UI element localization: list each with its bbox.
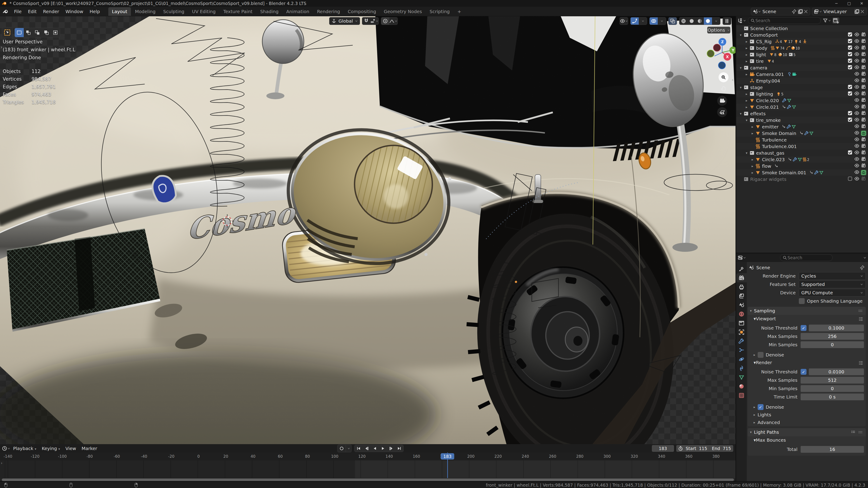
shading-solid-icon[interactable] — [688, 18, 696, 25]
active-tool-button[interactable] — [2, 27, 13, 38]
hide-in-viewport-toggle[interactable] — [854, 38, 860, 45]
outliner-row-flow[interactable]: ▸flow — [736, 163, 868, 169]
viewport-sampling-denoise-row[interactable]: ▸Denoise — [748, 351, 866, 359]
disable-in-renders-toggle[interactable] — [861, 131, 866, 136]
hide-in-viewport-toggle[interactable] — [854, 58, 860, 64]
disable-in-renders-toggle[interactable] — [861, 110, 866, 117]
workspace-tab-shading[interactable]: Shading — [257, 7, 282, 16]
maximize-button[interactable]: ▢ — [843, 0, 855, 7]
menu-render[interactable]: Render — [40, 7, 62, 15]
snapping-controls[interactable] — [362, 17, 379, 25]
timeline-scrollbar[interactable] — [2, 479, 734, 481]
zoom-button[interactable] — [718, 72, 728, 82]
workspace-tab-geometry-nodes[interactable]: Geometry Nodes — [380, 7, 426, 16]
gizmo-minus-x-axis[interactable] — [713, 44, 721, 52]
expand-icon[interactable]: ▸ — [744, 72, 749, 76]
menu-file[interactable]: File — [11, 7, 25, 15]
sampling-panel-header[interactable]: ▾Sampling — [748, 307, 866, 315]
properties-tab-scene[interactable] — [736, 300, 747, 310]
properties-tab-constraints[interactable] — [736, 364, 747, 373]
expand-icon[interactable]: ▸ — [744, 105, 749, 109]
exclude-checkbox[interactable] — [847, 58, 852, 64]
timeline-menu-keying[interactable]: Keying ▾ — [39, 445, 63, 452]
properties-tab-modifiers[interactable] — [736, 336, 747, 346]
workspace-tab-modeling[interactable]: Modeling — [131, 7, 159, 16]
workspace-tab-rendering[interactable]: Rendering — [313, 7, 344, 16]
outliner-search-input[interactable] — [755, 18, 818, 23]
disable-in-renders-toggle[interactable] — [861, 84, 866, 91]
disable-in-renders-toggle[interactable] — [861, 170, 866, 175]
properties-search-input[interactable] — [787, 255, 830, 260]
navigation-gizmo[interactable]: Z Y X — [705, 36, 736, 70]
exclude-checkbox[interactable] — [847, 110, 852, 117]
expand-icon[interactable]: ▸ — [744, 39, 749, 44]
outliner-row-cs-rig[interactable]: ▸CS_Rig4174 — [736, 38, 868, 45]
expand-icon[interactable]: ▸ — [744, 59, 749, 63]
expand-icon[interactable]: ▸ — [744, 92, 749, 96]
xray-toggle[interactable] — [668, 17, 677, 25]
close-button[interactable]: ✕ — [855, 0, 868, 7]
menu-window[interactable]: Window — [62, 7, 86, 15]
outliner-row-smoke-domain-001[interactable]: ▸Smoke Domain.001 — [736, 169, 868, 176]
menu-edit[interactable]: Edit — [25, 7, 40, 15]
expand-icon[interactable]: ▸ — [744, 53, 749, 57]
pause-render-button[interactable] — [723, 17, 731, 25]
orientation-dropdown[interactable]: Global — [329, 17, 360, 25]
disable-in-renders-toggle[interactable] — [861, 143, 866, 150]
outliner-row-camera[interactable]: ▾camera — [736, 64, 868, 71]
disable-in-renders-toggle[interactable] — [861, 45, 866, 51]
exclude-checkbox[interactable] — [847, 45, 852, 51]
camera-view-button[interactable] — [717, 96, 727, 106]
exclude-checkbox[interactable] — [847, 32, 852, 38]
outliner-row-tire-smoke[interactable]: ▾tire_smoke — [736, 117, 868, 123]
prop-checkbox[interactable]: ✓ — [801, 325, 806, 331]
denoise-checkbox[interactable]: ✓ — [758, 404, 764, 410]
properties-search[interactable] — [780, 254, 833, 261]
outliner-row-tire[interactable]: ▸tire4 — [736, 58, 868, 64]
hide-in-viewport-toggle[interactable] — [854, 52, 860, 58]
outliner-row-smoke-domain[interactable]: ▸Smoke Domain — [736, 130, 868, 136]
properties-tab-output[interactable] — [736, 282, 747, 291]
proportional-editing-controls[interactable] — [381, 17, 398, 25]
keying-dropdown-icon[interactable] — [346, 445, 351, 452]
overlays-toggle[interactable] — [649, 17, 666, 25]
collapse-icon[interactable]: ▾ — [738, 33, 743, 37]
properties-tab-world[interactable] — [736, 310, 747, 319]
current-frame-field[interactable]: 183 — [652, 445, 674, 452]
osl-checkbox[interactable] — [799, 298, 805, 304]
drag-grid-icon[interactable] — [858, 308, 864, 314]
hide-in-viewport-toggle[interactable] — [854, 143, 860, 150]
shading-rendered-icon[interactable] — [704, 18, 712, 25]
sidebar-expand-arrow[interactable]: ‹ — [732, 77, 734, 83]
prop-value-field[interactable]: 0 — [801, 385, 864, 392]
filter-icon[interactable] — [823, 18, 828, 23]
disable-in-renders-toggle[interactable] — [861, 65, 866, 71]
outliner-row-exhaust-gas[interactable]: ▾exhaust_gas — [736, 150, 868, 156]
light-paths-header[interactable]: ▾Light Paths — [748, 428, 866, 436]
properties-tab-material[interactable] — [736, 382, 747, 391]
properties-tab-object-data[interactable] — [736, 373, 747, 382]
outliner-row-cosmosport[interactable]: ▾CosmoSport — [736, 32, 868, 38]
disable-in-renders-toggle[interactable] — [861, 137, 866, 143]
minimize-button[interactable]: ─ — [830, 0, 843, 7]
preset-icon[interactable] — [850, 429, 856, 435]
max-bounces-header[interactable]: ▾Max Bounces — [748, 436, 866, 444]
properties-editor-icon[interactable] — [738, 255, 743, 260]
end-frame-field[interactable]: End 715 — [710, 446, 733, 451]
prop-dropdown[interactable]: GPU Compute — [799, 289, 866, 297]
hide-in-viewport-toggle[interactable] — [854, 110, 860, 117]
disable-in-renders-toggle[interactable] — [861, 78, 866, 84]
hide-in-viewport-toggle[interactable] — [854, 124, 860, 130]
outliner-row-body[interactable]: ▸body7410 — [736, 45, 868, 51]
hide-in-viewport-toggle[interactable] — [854, 91, 860, 97]
toolbar-expand-arrow[interactable]: › — [0, 44, 2, 50]
pin-icon[interactable] — [792, 9, 797, 14]
render-sampling-denoise-row[interactable]: ▸✓Denoise — [748, 403, 866, 411]
collapsed-panel-advanced[interactable]: ▸Advanced — [748, 419, 866, 426]
remove-viewlayer-icon[interactable] — [860, 9, 865, 14]
workspace-tab-uv-editing[interactable]: UV Editing — [188, 7, 219, 16]
expand-icon[interactable]: ▸ — [744, 46, 749, 50]
disable-in-renders-toggle[interactable] — [861, 52, 866, 58]
visibility-eye-icon[interactable] — [620, 18, 628, 25]
expand-icon[interactable]: ▸ — [750, 164, 755, 168]
